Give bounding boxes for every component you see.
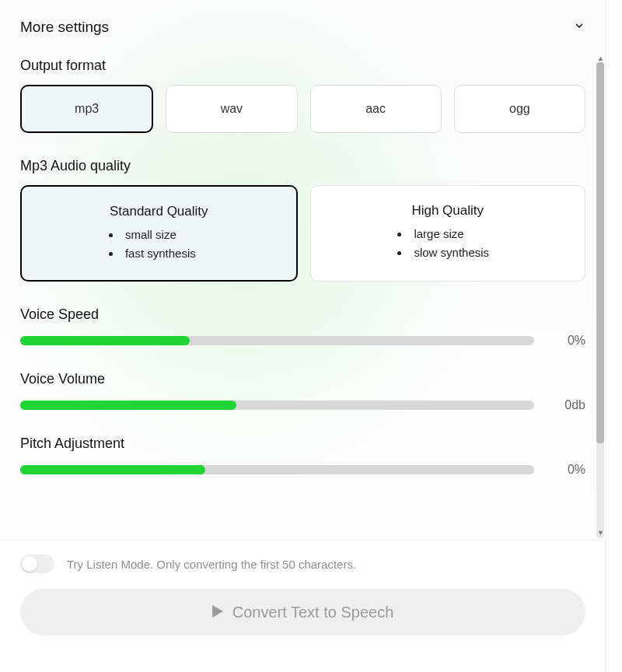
chevron-down-icon (573, 19, 585, 35)
more-settings-title: More settings (20, 19, 109, 36)
audio-quality-options: Standard Quality small size fast synthes… (20, 185, 585, 282)
quality-point: small size (109, 226, 273, 244)
voice-speed-label: Voice Speed (20, 306, 585, 323)
output-format-options: mp3 wav aac ogg (20, 85, 585, 133)
format-option-mp3[interactable]: mp3 (20, 85, 153, 133)
voice-speed-slider[interactable] (20, 336, 534, 345)
format-option-aac[interactable]: aac (310, 85, 442, 133)
listen-mode-label: Try Listen Mode. Only converting the fir… (67, 558, 356, 571)
scroll-down-icon[interactable]: ▼ (597, 529, 603, 535)
more-settings-header[interactable]: More settings (20, 19, 585, 36)
slider-fill (20, 336, 190, 345)
pitch-value: 0% (550, 463, 585, 477)
scroll-area: More settings Output format mp3 wav aac … (0, 0, 606, 540)
voice-volume-block: Voice Volume 0db (20, 371, 585, 412)
quality-points: small size fast synthesis (45, 226, 273, 263)
toggle-knob (22, 556, 37, 572)
scroll-up-icon[interactable]: ▲ (597, 54, 603, 61)
play-icon (212, 604, 223, 621)
bottom-bar: Try Listen Mode. Only converting the fir… (0, 540, 606, 672)
quality-point: large size (397, 225, 561, 243)
audio-quality-label: Mp3 Audio quality (20, 158, 585, 174)
slider-fill (20, 465, 205, 474)
scrollbar[interactable] (596, 62, 604, 538)
scrollbar-thumb[interactable] (596, 62, 604, 443)
pitch-block: Pitch Adjustment 0% (20, 436, 585, 477)
slider-fill (20, 401, 236, 410)
voice-volume-slider[interactable] (20, 401, 534, 410)
voice-volume-value: 0db (550, 398, 585, 412)
format-option-wav[interactable]: wav (166, 85, 297, 133)
pitch-slider[interactable] (20, 465, 534, 474)
voice-volume-label: Voice Volume (20, 371, 585, 387)
convert-button-label: Convert Text to Speech (232, 604, 394, 621)
convert-button[interactable]: Convert Text to Speech (20, 589, 585, 635)
listen-mode-toggle[interactable] (20, 555, 54, 573)
settings-panel: More settings Output format mp3 wav aac … (0, 0, 606, 672)
output-format-label: Output format (20, 58, 585, 74)
quality-points: large size slow synthesis (334, 225, 562, 262)
quality-card-standard[interactable]: Standard Quality small size fast synthes… (20, 185, 298, 282)
pitch-label: Pitch Adjustment (20, 436, 585, 452)
quality-card-high[interactable]: High Quality large size slow synthesis (310, 185, 586, 282)
quality-title: High Quality (334, 203, 562, 219)
voice-speed-block: Voice Speed 0% (20, 306, 585, 348)
format-option-ogg[interactable]: ogg (454, 85, 585, 133)
listen-mode-row: Try Listen Mode. Only converting the fir… (20, 555, 585, 573)
voice-speed-value: 0% (550, 334, 585, 348)
quality-title: Standard Quality (45, 204, 273, 219)
quality-point: fast synthesis (109, 244, 273, 263)
quality-point: slow synthesis (397, 243, 561, 262)
